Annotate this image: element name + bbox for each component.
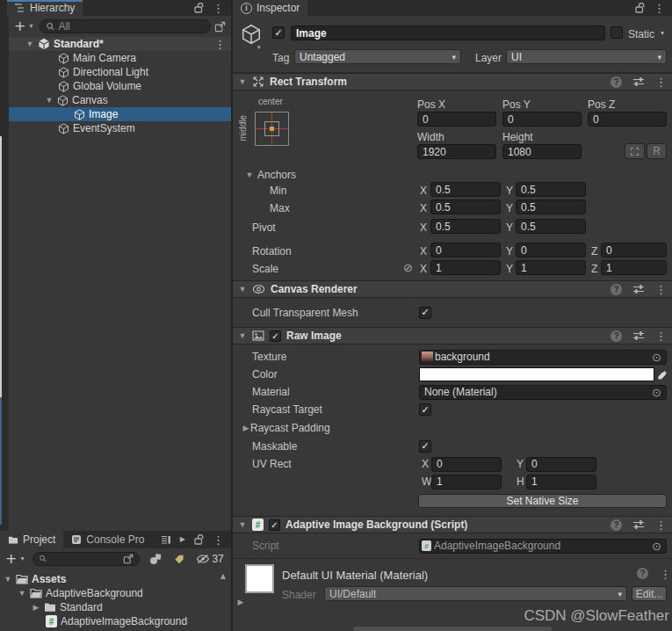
menu-kebab-icon[interactable]: ⋮ (660, 568, 671, 581)
object-picker-icon[interactable]: ⊙ (652, 351, 661, 364)
static-caret-icon[interactable]: ▾ (661, 30, 664, 37)
object-picker-icon[interactable]: ⊙ (652, 386, 661, 399)
script-enabled-checkbox[interactable]: ✓ (269, 519, 280, 531)
anchor-min-x-field[interactable]: 0.5 (430, 182, 501, 197)
search-by-type-icon[interactable] (148, 553, 163, 565)
shader-dropdown[interactable]: UI/Default▾ (324, 586, 627, 601)
tab-hierarchy[interactable]: Hierarchy (7, 0, 83, 16)
foldout-open-icon[interactable]: ▼ (238, 285, 247, 294)
foldout-closed-icon[interactable]: ▶ (242, 424, 250, 432)
anchor-max-y-field[interactable]: 0.5 (516, 199, 586, 214)
presets-icon[interactable] (632, 519, 645, 530)
shader-edit-button[interactable]: Edit... (632, 586, 667, 601)
blueprint-mode-button[interactable] (625, 143, 645, 159)
scene-kebab-icon[interactable]: ⋮ (214, 38, 226, 51)
open-new-window-icon[interactable] (123, 554, 134, 564)
uv-h-field[interactable]: 1 (526, 475, 596, 490)
raw-image-header[interactable]: ▼ ✓ Raw Image ? ⋮ (233, 327, 672, 345)
menu-kebab-icon[interactable]: ⋮ (213, 2, 224, 15)
menu-kebab-icon[interactable]: ⋮ (655, 283, 667, 296)
help-icon[interactable]: ? (611, 76, 622, 88)
height-field[interactable]: 1080 (502, 144, 582, 159)
width-field[interactable]: 1920 (417, 144, 496, 159)
lock-icon[interactable] (194, 3, 204, 13)
menu-kebab-icon[interactable]: ⋮ (213, 533, 224, 547)
hierarchy-item[interactable]: Directional Light (9, 65, 231, 79)
foldout-open-icon[interactable]: ▼ (238, 331, 247, 340)
scale-y-field[interactable]: 1 (516, 260, 586, 275)
anchors-foldout-icon[interactable]: ▼ (245, 170, 254, 179)
uv-w-field[interactable]: 1 (431, 475, 502, 490)
maskable-checkbox[interactable]: ✓ (419, 440, 431, 453)
pivot-x-field[interactable]: 0.5 (430, 219, 501, 234)
expand-play-icon[interactable]: ▶ (180, 536, 185, 543)
project-tree-item[interactable]: ▼ AdaptiveBackground (0, 586, 231, 600)
help-icon[interactable]: ? (637, 568, 648, 579)
help-icon[interactable]: ? (611, 330, 622, 342)
scale-z-field[interactable]: 1 (601, 260, 667, 275)
icon-caret-icon[interactable]: ▾ (257, 45, 261, 51)
eyedropper-icon[interactable] (657, 369, 668, 381)
layer-dropdown[interactable]: UI▾ (506, 49, 667, 64)
pos-y-field[interactable]: 0 (502, 112, 582, 127)
tab-project[interactable]: Project (0, 531, 63, 548)
foldout-open-icon[interactable]: ▼ (25, 40, 34, 48)
anchor-preset-widget[interactable] (255, 112, 289, 146)
uv-y-field[interactable]: 0 (526, 457, 596, 472)
hierarchy-search-input[interactable]: All (40, 19, 211, 33)
menu-kebab-icon[interactable]: ⋮ (655, 330, 667, 343)
pivot-y-field[interactable]: 0.5 (516, 219, 586, 234)
anchor-min-y-field[interactable]: 0.5 (516, 182, 586, 197)
color-swatch[interactable] (419, 367, 654, 381)
active-checkbox[interactable]: ✓ (272, 26, 285, 39)
pos-x-field[interactable]: 0 (417, 112, 496, 127)
material-thumbnail[interactable] (245, 564, 274, 593)
foldout-closed-icon[interactable]: ▶ (32, 603, 40, 612)
pos-z-field[interactable]: 0 (588, 112, 667, 127)
tag-dropdown[interactable]: Untagged▾ (294, 49, 461, 64)
search-by-label-icon[interactable] (173, 554, 185, 565)
help-icon[interactable]: ? (611, 519, 622, 531)
presets-icon[interactable] (632, 284, 645, 294)
foldout-open-icon[interactable]: ▼ (4, 575, 12, 584)
add-caret-icon[interactable]: ▾ (20, 555, 24, 562)
menu-kebab-icon[interactable]: ⋮ (655, 76, 667, 89)
rotation-x-field[interactable]: 0 (430, 243, 501, 257)
raycast-padding-row[interactable]: ▶ Raycast Padding (233, 418, 672, 437)
canvas-renderer-header[interactable]: ▼ Canvas Renderer ? ⋮ (233, 280, 672, 298)
menu-kebab-icon[interactable]: ⋮ (655, 519, 667, 532)
scale-x-field[interactable]: 1 (430, 260, 501, 275)
texture-object-field[interactable]: background ⊙ (419, 350, 667, 365)
hidden-packages-toggle[interactable]: 37 (196, 553, 223, 565)
link-scale-icon[interactable]: ⊘ (403, 262, 413, 273)
foldout-open-icon[interactable]: ▼ (45, 96, 54, 105)
help-icon[interactable]: ? (611, 284, 622, 295)
presets-icon[interactable] (632, 76, 645, 87)
cull-transparent-mesh-checkbox[interactable]: ✓ (419, 307, 431, 319)
add-icon[interactable]: + (14, 19, 25, 33)
object-picker-icon[interactable]: ⊙ (652, 540, 661, 553)
project-tree-item[interactable]: # AdaptiveImageBackground (0, 614, 231, 628)
tab-inspector[interactable]: i Inspector (233, 0, 307, 16)
raycast-target-checkbox[interactable]: ✓ (419, 403, 431, 416)
foldout-open-icon[interactable]: ▼ (18, 589, 26, 598)
foldout-open-icon[interactable]: ▼ (238, 520, 247, 529)
scene-row[interactable]: ▼ Standard* ⋮ (9, 37, 231, 51)
rect-transform-header[interactable]: ▼ Rect Transform ? ⋮ (233, 73, 672, 91)
hierarchy-item[interactable]: Global Volume (9, 79, 231, 93)
presets-icon[interactable] (632, 330, 645, 341)
open-new-window-icon[interactable] (214, 21, 226, 33)
adaptive-script-header[interactable]: ▼ # ✓ Adaptive Image Background (Script)… (233, 516, 672, 533)
material-foldout-icon[interactable]: ▶ (236, 598, 245, 606)
uv-x-field[interactable]: 0 (431, 457, 502, 472)
project-tree-item[interactable]: ▼ Assets (0, 572, 231, 586)
gameobject-name-field[interactable]: Image (291, 25, 605, 40)
hierarchy-item[interactable]: EventSystem (9, 121, 231, 135)
list-slider-icon[interactable] (161, 535, 171, 545)
static-checkbox[interactable] (611, 26, 623, 39)
project-tree-item[interactable]: ▶ Standard (0, 600, 231, 614)
lock-icon[interactable] (635, 3, 645, 13)
add-icon[interactable]: + (5, 552, 17, 566)
script-object-field[interactable]: # AdaptiveImageBackground ⊙ (419, 539, 667, 554)
foldout-open-icon[interactable]: ▼ (238, 77, 247, 86)
